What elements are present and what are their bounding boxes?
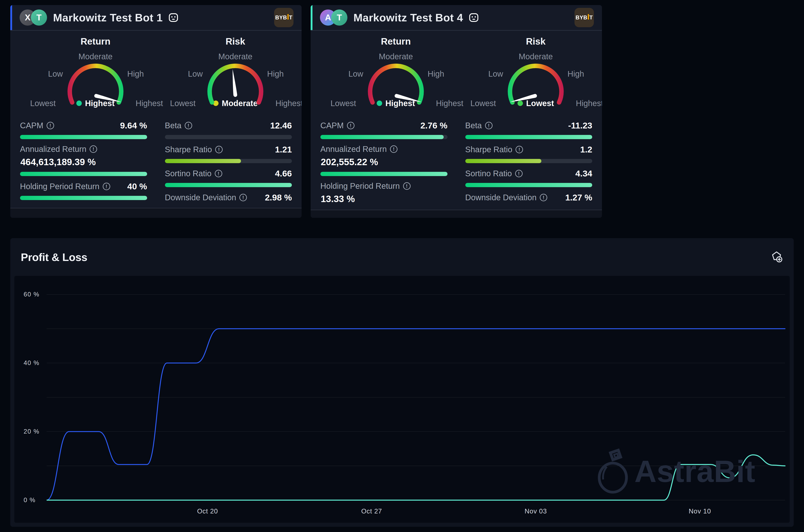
metric-label: Annualized Return [20,145,86,154]
info-icon[interactable] [540,194,547,201]
gauge-title: Risk [473,36,598,47]
metric-bar [465,135,592,139]
gauge-title: Risk [173,36,298,47]
gauge-label-low: Low [488,69,503,78]
metrics-col-left: CAPM 9.64 % Annualized Return 464,613,18… [20,120,147,208]
pnl-chart-svg [47,292,786,502]
metric-row: Holding Period Return 40 % [20,182,147,200]
y-axis-label: 0 % [24,496,36,505]
accent-bar [311,5,312,30]
x-axis-label: Oct 20 [197,507,218,515]
metric-value: 2.76 % [420,120,447,131]
gauge-label-lowest: Lowest [330,99,356,108]
gauge-arc [362,57,430,109]
gauge-label-highest: Highest [136,99,163,108]
metric-bar [321,135,447,139]
gauge-arc [201,57,270,109]
metric-row: Downside Deviation 1.27 % [465,193,592,203]
metric-value: 4.66 [275,169,292,178]
info-icon[interactable] [47,122,54,129]
bot-card-1[interactable]: X T Markowitz Test Bot 1 BYBT Return [10,5,302,218]
metrics-col-left: CAPM 2.76 % Annualized Return 202,555.22… [321,120,447,210]
metric-row: Sortino Ratio 4.66 [165,169,292,187]
metric-row: Annualized Return 202,555.22 % [321,145,447,176]
pnl-card: Profit & Loss AstraBit 0 %20 % [10,238,794,527]
gauge-return: Return Moderate Low High Lowest Highest [333,36,458,112]
metric-value: 4.34 [575,169,592,178]
gauges-row: Return Moderate Low High Lowest Highest [10,31,302,112]
metric-label: Sortino Ratio [465,169,512,178]
gauge-needle [231,69,237,97]
y-axis-label: 20 % [24,428,40,436]
bot-card-header: A T Markowitz Test Bot 4 BYBT [311,5,602,31]
metric-bar-fill [20,196,147,200]
metric-label: CAPM [20,121,43,130]
bot-card-2[interactable]: A T Markowitz Test Bot 4 BYBT Return [311,5,602,218]
info-icon[interactable] [347,122,354,129]
tether-coin-icon: T [31,10,47,25]
dashboard: X T Markowitz Test Bot 1 BYBT Return [0,0,804,527]
metric-bar [165,183,292,187]
metric-value: 9.64 % [120,120,147,131]
tether-coin-icon: T [331,10,347,25]
bot-card-header: X T Markowitz Test Bot 1 BYBT [10,5,302,31]
metric-row: Beta 12.46 [165,120,292,139]
info-icon[interactable] [390,146,398,153]
info-icon[interactable] [485,122,493,129]
x-axis-label: Nov 10 [689,507,711,515]
metric-label: Sharpe Ratio [165,145,212,154]
metric-bar [465,183,592,187]
gauge-label-low: Low [48,69,63,78]
metric-value: 40 % [127,182,147,191]
metric-value: 12.46 [270,120,292,131]
accent-bar [10,5,12,30]
gauge-label-lowest: Lowest [30,99,56,108]
metric-label: Downside Deviation [465,193,537,202]
metric-value: 1.2 [580,145,592,154]
gauges-row: Return Moderate Low High Lowest Highest [311,31,602,112]
bot-name: Markowitz Test Bot 1 [53,11,163,24]
pnl-header: Profit & Loss [10,238,794,267]
info-icon[interactable] [215,146,223,153]
info-icon[interactable] [515,146,523,153]
info-icon[interactable] [185,122,192,129]
metric-row: CAPM 2.76 % [321,120,447,139]
pnl-plot: AstraBit 0 %20 %40 %60 %Oct 20Oct 27Nov … [14,276,790,523]
badge-text: T [589,15,593,21]
info-icon[interactable] [239,194,247,201]
add-chart-button[interactable] [769,250,784,264]
metric-bar [465,159,592,163]
gauge-label-lowest: Lowest [470,99,496,108]
metric-bar [321,172,447,176]
metric-bar-fill [20,172,147,176]
info-icon[interactable] [215,170,222,177]
bybit-badge: BYBT [274,8,293,27]
metric-bar-fill [321,135,444,139]
metric-label: Sharpe Ratio [465,145,512,154]
metric-bar-fill [165,159,241,163]
gauge-risk: Risk Moderate Low High Lowest Highest [173,36,298,112]
info-icon[interactable] [515,170,523,177]
metric-row: Holding Period Return 13.33 % [321,182,447,204]
metric-row: Sharpe Ratio 1.21 [165,145,292,163]
info-icon[interactable] [103,183,110,190]
metric-value-large: 202,555.22 % [321,156,447,167]
coin-pair: X T [20,10,47,25]
metric-row: Sortino Ratio 4.34 [465,169,592,187]
metric-value: 2.98 % [265,193,292,203]
metric-value: 1.21 [275,145,292,154]
gauge-label-highest: Highest [436,99,463,108]
metric-row: Beta -11.23 [465,120,592,139]
x-axis-label: Nov 03 [525,507,547,515]
bot-name: Markowitz Test Bot 4 [353,11,463,24]
metric-bar-fill [165,183,292,187]
info-icon[interactable] [403,182,410,190]
metric-label: Beta [165,121,181,130]
metrics-col-right: Beta -11.23 Sharpe Ratio 1.2 Sortino Rat… [465,120,592,210]
badge-text: BYB [275,15,287,21]
info-icon[interactable] [90,146,97,153]
metric-row: Annualized Return 464,613,189.39 % [20,145,147,176]
metric-label: Beta [465,121,482,130]
card-footer [10,208,302,218]
metric-bar-fill [465,159,542,163]
